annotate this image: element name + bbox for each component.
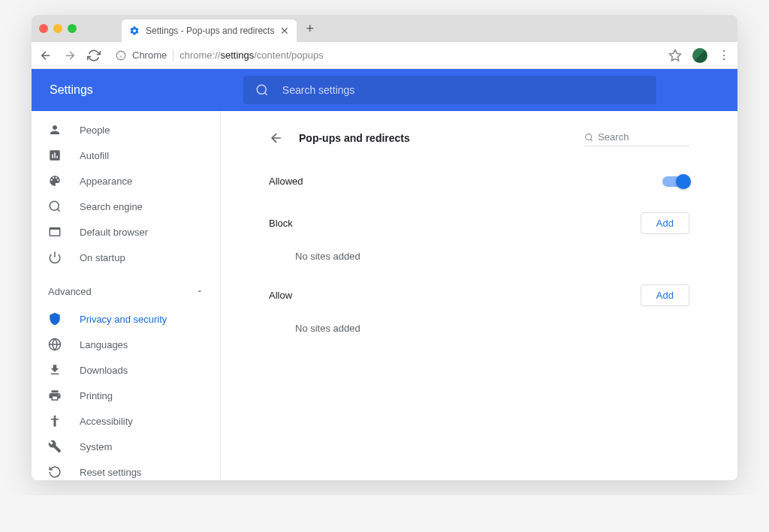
block-empty-msg: No sites added xyxy=(269,234,689,269)
address-label-chrome: Chrome xyxy=(132,50,167,61)
sidebar-item-label: Autofill xyxy=(80,150,109,161)
person-icon xyxy=(48,123,62,137)
sidebar-item-label: Accessibility xyxy=(80,416,133,427)
browser-tab[interactable]: Settings - Pop-ups and redirects ✕ xyxy=(122,20,297,42)
search-icon xyxy=(584,132,593,143)
autofill-icon xyxy=(48,149,62,162)
sidebar-item-label: People xyxy=(80,125,110,136)
allowed-label: Allowed xyxy=(269,176,303,187)
sidebar-item-label: On startup xyxy=(80,252,125,263)
content-header: Pop-ups and redirects xyxy=(269,123,689,153)
back-arrow-icon[interactable] xyxy=(269,131,284,146)
sidebar-item-label: Languages xyxy=(80,339,128,350)
allow-title: Allow xyxy=(269,290,292,301)
sidebar-section-advanced[interactable]: Advanced xyxy=(32,276,220,306)
accessibility-icon xyxy=(48,414,62,428)
search-icon xyxy=(255,83,269,97)
content-panel: Pop-ups and redirects Allowed Block Add xyxy=(221,111,737,480)
sidebar: People Autofill Appearance Search engine… xyxy=(32,111,221,480)
sidebar-item-label: Appearance xyxy=(80,176,132,187)
svg-point-4 xyxy=(257,85,266,94)
restore-icon xyxy=(48,465,62,479)
browser-window: Settings - Pop-ups and redirects ✕ + Chr… xyxy=(32,15,737,480)
settings-header: Settings xyxy=(32,69,737,111)
sidebar-item-autofill[interactable]: Autofill xyxy=(32,143,220,168)
window-controls xyxy=(39,24,77,33)
allow-section: Allow Add No sites added xyxy=(269,284,689,341)
svg-point-6 xyxy=(50,201,59,210)
allow-empty-msg: No sites added xyxy=(269,306,689,341)
gear-icon xyxy=(129,26,140,36)
allowed-row: Allowed xyxy=(269,165,689,197)
palette-icon xyxy=(48,174,62,188)
download-icon xyxy=(48,363,62,377)
back-icon[interactable] xyxy=(39,49,53,62)
svg-line-12 xyxy=(590,139,592,140)
globe-icon xyxy=(48,338,62,351)
app-body: People Autofill Appearance Search engine… xyxy=(32,111,737,480)
browser-toolbar: Chrome chrome://settings/content/popups … xyxy=(32,42,737,69)
reload-icon[interactable] xyxy=(87,49,101,62)
allow-section-head: Allow Add xyxy=(269,284,689,306)
sidebar-item-downloads[interactable]: Downloads xyxy=(32,357,220,383)
shield-icon xyxy=(48,312,62,326)
sidebar-item-label: Downloads xyxy=(80,365,128,376)
minimize-window-button[interactable] xyxy=(53,24,62,33)
svg-line-5 xyxy=(264,92,267,95)
profile-avatar[interactable] xyxy=(692,48,707,63)
tab-title: Settings - Pop-ups and redirects xyxy=(146,26,274,36)
content-search-input[interactable] xyxy=(598,131,689,143)
close-window-button[interactable] xyxy=(39,24,48,33)
sidebar-item-privacy[interactable]: Privacy and security xyxy=(32,306,220,332)
allowed-toggle[interactable] xyxy=(662,176,689,187)
info-icon xyxy=(116,50,126,61)
address-bar[interactable]: Chrome chrome://settings/content/popups xyxy=(111,45,658,66)
sidebar-item-appearance[interactable]: Appearance xyxy=(32,168,220,194)
forward-icon[interactable] xyxy=(63,49,77,62)
sidebar-item-search-engine[interactable]: Search engine xyxy=(32,194,220,219)
sidebar-item-reset[interactable]: Reset settings xyxy=(32,459,220,480)
sidebar-item-default-browser[interactable]: Default browser xyxy=(32,219,220,245)
search-settings-input[interactable] xyxy=(282,84,644,96)
sidebar-item-label: Reset settings xyxy=(80,467,141,478)
titlebar: Settings - Pop-ups and redirects ✕ + xyxy=(32,15,737,42)
sidebar-item-accessibility[interactable]: Accessibility xyxy=(32,408,220,434)
block-section: Block Add No sites added xyxy=(269,212,689,269)
sidebar-item-label: Default browser xyxy=(80,227,148,238)
sidebar-item-label: Printing xyxy=(80,390,113,401)
page-title: Pop-ups and redirects xyxy=(299,132,584,144)
new-tab-button[interactable]: + xyxy=(306,21,314,37)
sidebar-item-label: Privacy and security xyxy=(80,314,167,325)
block-section-head: Block Add xyxy=(269,212,689,234)
sidebar-item-system[interactable]: System xyxy=(32,434,220,459)
block-title: Block xyxy=(269,218,293,229)
chevron-up-icon xyxy=(196,287,204,295)
printer-icon xyxy=(48,389,62,402)
advanced-label: Advanced xyxy=(48,286,92,297)
sidebar-item-printing[interactable]: Printing xyxy=(32,383,220,408)
content-inner: Pop-ups and redirects Allowed Block Add xyxy=(269,123,689,468)
svg-point-10 xyxy=(54,416,56,418)
browser-menu-icon[interactable]: ⋮ xyxy=(718,48,730,62)
sidebar-item-label: Search engine xyxy=(80,201,143,212)
wrench-icon xyxy=(48,440,62,453)
content-search[interactable] xyxy=(584,130,689,146)
svg-line-7 xyxy=(57,209,59,211)
block-add-button[interactable]: Add xyxy=(641,212,689,234)
sidebar-item-label: System xyxy=(80,441,112,452)
sidebar-item-people[interactable]: People xyxy=(32,117,220,143)
allow-add-button[interactable]: Add xyxy=(641,284,689,306)
address-url: chrome://settings/content/popups xyxy=(179,50,324,61)
power-icon xyxy=(48,251,62,264)
app-title: Settings xyxy=(50,83,93,97)
svg-marker-3 xyxy=(670,50,681,60)
address-divider xyxy=(173,50,173,62)
sidebar-item-languages[interactable]: Languages xyxy=(32,332,220,357)
svg-point-11 xyxy=(586,134,592,140)
sidebar-item-on-startup[interactable]: On startup xyxy=(32,245,220,270)
bookmark-star-icon[interactable] xyxy=(668,49,682,62)
search-settings-box[interactable] xyxy=(243,76,656,104)
close-tab-icon[interactable]: ✕ xyxy=(280,25,289,37)
search-icon xyxy=(48,200,62,213)
maximize-window-button[interactable] xyxy=(68,24,77,33)
